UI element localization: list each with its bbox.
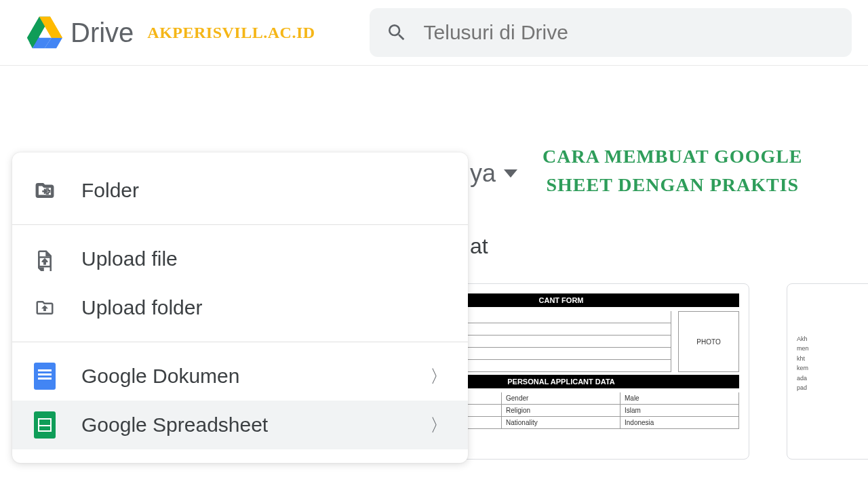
menu-item-upload-file[interactable]: Upload file bbox=[12, 235, 468, 283]
menu-item-google-docs[interactable]: Google Dokumen 〉 bbox=[12, 352, 468, 401]
search-bar[interactable] bbox=[370, 8, 852, 57]
photo-placeholder: PHOTO bbox=[678, 311, 739, 372]
search-input[interactable] bbox=[424, 21, 835, 44]
new-menu: Folder Upload file Upload folder Google … bbox=[12, 152, 468, 463]
menu-label: Upload file bbox=[81, 247, 448, 270]
docs-icon bbox=[33, 364, 57, 388]
menu-label: Upload folder bbox=[81, 296, 448, 319]
caret-down-icon bbox=[504, 169, 517, 178]
app-header: Drive AKPERISVILL.AC.ID bbox=[0, 0, 868, 66]
menu-separator bbox=[12, 224, 468, 225]
annotation-overlay: CARA MEMBUAT GOOGLE SHEET DENGAN PRAKTIS bbox=[542, 142, 803, 199]
upload-file-icon bbox=[33, 247, 57, 271]
chevron-right-icon: 〉 bbox=[430, 365, 448, 388]
drive-logo-icon bbox=[27, 16, 62, 49]
watermark-text: AKPERISVILL.AC.ID bbox=[147, 24, 315, 42]
sheets-icon bbox=[33, 413, 57, 437]
svg-rect-1 bbox=[42, 190, 47, 192]
overlay-line2: SHEET DENGAN PRAKTIS bbox=[542, 171, 803, 199]
search-icon bbox=[386, 22, 408, 43]
upload-folder-icon bbox=[33, 296, 57, 320]
chevron-right-icon: 〉 bbox=[430, 413, 448, 437]
menu-item-google-sheets[interactable]: Google Spreadsheet 〉 bbox=[12, 401, 468, 449]
menu-label: Google Dokumen bbox=[81, 365, 406, 388]
breadcrumb[interactable]: ya bbox=[470, 159, 517, 188]
menu-label: Folder bbox=[81, 179, 448, 202]
file-card[interactable]: Akhmenkhtkemadapad bbox=[787, 283, 868, 460]
menu-item-folder[interactable]: Folder bbox=[12, 166, 468, 215]
folder-plus-icon bbox=[33, 178, 57, 203]
breadcrumb-fragment: ya bbox=[470, 159, 496, 188]
menu-label: Google Spreadsheet bbox=[81, 413, 406, 436]
menu-item-upload-folder[interactable]: Upload folder bbox=[12, 283, 468, 332]
section-title-fragment: at bbox=[470, 234, 488, 259]
menu-separator bbox=[12, 342, 468, 342]
overlay-line1: CARA MEMBUAT GOOGLE bbox=[542, 142, 803, 171]
logo-area[interactable]: Drive AKPERISVILL.AC.ID bbox=[27, 16, 315, 49]
file-preview: Akhmenkhtkemadapad bbox=[797, 293, 868, 449]
app-title: Drive bbox=[71, 18, 134, 48]
